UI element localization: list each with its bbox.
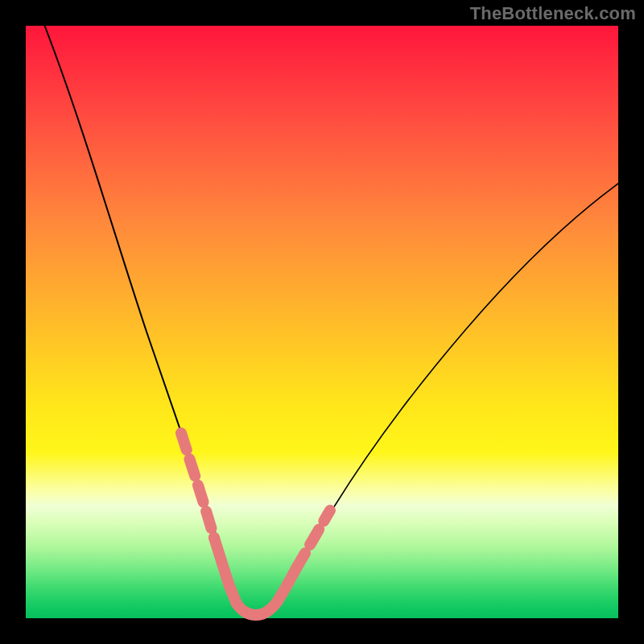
highlight-valley-solid	[214, 538, 296, 615]
curve-layer	[26, 26, 618, 618]
highlight-right-dash	[296, 510, 330, 568]
highlight-left-dash	[181, 433, 214, 538]
curve-right-branch	[279, 184, 618, 602]
chart-frame: TheBottleneck.com	[0, 0, 644, 644]
plot-area	[26, 26, 618, 618]
watermark-label: TheBottleneck.com	[470, 3, 636, 24]
